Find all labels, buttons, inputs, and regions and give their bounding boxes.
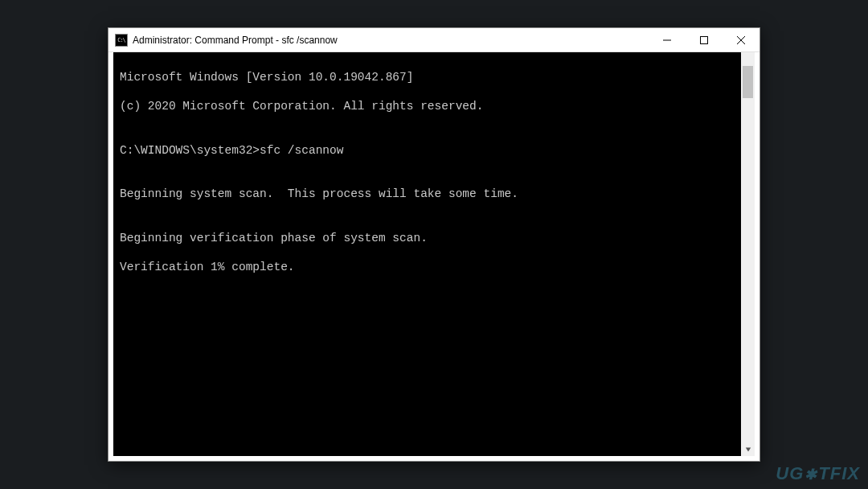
terminal-line: Beginning system scan. This process will… [120, 187, 748, 201]
titlebar[interactable]: C:\ Administrator: Command Prompt - sfc … [108, 28, 760, 52]
scrollbar-thumb[interactable] [743, 66, 753, 98]
minimize-button[interactable] [649, 28, 686, 51]
svg-marker-5 [745, 447, 750, 451]
terminal-line: Microsoft Windows [Version 10.0.19042.86… [120, 70, 748, 84]
close-button[interactable] [723, 28, 760, 51]
watermark-logo: UG✱TFIX [776, 463, 860, 484]
scrollbar[interactable] [741, 52, 755, 456]
svg-rect-1 [701, 36, 708, 43]
terminal-output[interactable]: Microsoft Windows [Version 10.0.19042.86… [113, 52, 755, 456]
scrollbar-down-arrow-icon[interactable] [741, 442, 755, 456]
window-title: Administrator: Command Prompt - sfc /sca… [133, 35, 649, 46]
terminal-line: Beginning verification phase of system s… [120, 231, 748, 245]
window-controls [649, 28, 760, 51]
cmd-icon: C:\ [115, 34, 128, 47]
terminal-line: C:\WINDOWS\system32>sfc /scannow [120, 143, 748, 158]
terminal-line: (c) 2020 Microsoft Corporation. All righ… [120, 99, 748, 113]
maximize-button[interactable] [686, 28, 723, 51]
terminal-line: Verification 1% complete. [120, 260, 748, 274]
command-prompt-window: C:\ Administrator: Command Prompt - sfc … [108, 27, 760, 462]
gear-icon: ✱ [805, 466, 817, 483]
